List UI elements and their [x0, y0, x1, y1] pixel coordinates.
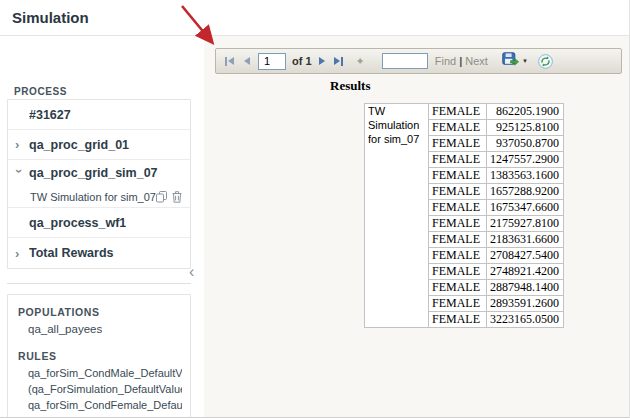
export-button[interactable]: ▼ [502, 52, 528, 71]
process-item-label: qa_process_wf1 [29, 216, 126, 230]
gender-cell: FEMALE [429, 296, 487, 312]
header: Simulation [0, 0, 630, 36]
previous-page-button[interactable] [244, 57, 250, 65]
process-heading: PROCESS [14, 86, 67, 97]
value-cell: 937050.8700 [487, 136, 564, 152]
value-cell: 2887948.1400 [487, 280, 564, 296]
process-list: #31627 › qa_proc_grid_01 › qa_proc_grid_… [7, 99, 191, 269]
gender-cell: FEMALE [429, 264, 487, 280]
populations-heading: POPULATIONS [18, 306, 182, 318]
page-number-input[interactable] [258, 53, 286, 70]
gender-cell: FEMALE [429, 136, 487, 152]
population-item[interactable]: qa_all_payees [28, 323, 182, 335]
gender-cell: FEMALE [429, 184, 487, 200]
process-item-qa-process-wf1[interactable]: qa_process_wf1 [8, 208, 190, 238]
result-row: TW Simulation for sim_07FEMALE862205.190… [365, 104, 564, 120]
gender-cell: FEMALE [429, 248, 487, 264]
find-next-button[interactable]: Next [465, 55, 488, 67]
find-next-controls: Find|Next [435, 55, 488, 67]
page-count-label: of 1 [292, 55, 312, 67]
value-cell: 2175927.8100 [487, 216, 564, 232]
value-cell: 862205.1900 [487, 104, 564, 120]
chevron-right-icon: › [15, 247, 24, 260]
rules-list: qa_forSim_CondMale_DefaultValue_Sal (qa_… [18, 365, 182, 418]
process-item-label: #31627 [29, 108, 71, 122]
process-item-total-rewards[interactable]: › Total Rewards [8, 238, 190, 268]
gender-cell: FEMALE [429, 200, 487, 216]
process-subitem-tw-simulation[interactable]: TW Simulation for sim_07 [8, 186, 190, 208]
gender-cell: FEMALE [429, 152, 487, 168]
parent-report-icon[interactable]: ✦ [356, 55, 365, 68]
populations-rules-card: POPULATIONS qa_all_payees RULES qa_forSi… [7, 294, 191, 418]
next-page-button[interactable] [319, 57, 325, 65]
subitem-actions [156, 191, 182, 203]
value-cell: 1657288.9200 [487, 184, 564, 200]
group-label-cell: TW Simulation for sim_07 [365, 104, 429, 328]
refresh-button[interactable] [538, 54, 553, 69]
last-page-button[interactable] [334, 57, 343, 66]
report-toolbar: of 1 ✦ Find|Next ▼ [215, 48, 622, 74]
process-item-label: qa_proc_grid_01 [29, 138, 129, 152]
sidebar-divider [7, 283, 191, 284]
collapse-sidebar-icon[interactable]: ‹ [189, 264, 194, 280]
value-cell: 1383563.1600 [487, 168, 564, 184]
trash-icon[interactable] [172, 191, 182, 203]
find-button[interactable]: Find [435, 55, 456, 67]
value-cell: 2893591.2600 [487, 296, 564, 312]
gender-cell: FEMALE [429, 232, 487, 248]
find-text-input[interactable] [382, 53, 428, 69]
gender-cell: FEMALE [429, 216, 487, 232]
value-cell: 3223165.0500 [487, 312, 564, 328]
gender-cell: FEMALE [429, 312, 487, 328]
gender-cell: FEMALE [429, 120, 487, 136]
value-cell: 2748921.4200 [487, 264, 564, 280]
process-item-31627[interactable]: #31627 [8, 100, 190, 130]
chevron-down-icon: › [13, 169, 26, 178]
rule-item[interactable]: qa_forSim_CondFemale_DefaultValue_ [28, 397, 182, 413]
value-cell: 925125.8100 [487, 120, 564, 136]
export-dropdown-icon: ▼ [522, 58, 528, 64]
results-table: TW Simulation for sim_07FEMALE862205.190… [364, 103, 564, 328]
gender-cell: FEMALE [429, 104, 487, 120]
value-cell: 1247557.2900 [487, 152, 564, 168]
page-title: Simulation [12, 9, 89, 26]
rule-item[interactable]: (qa_ForSimulation_DefaultValue_Salary [28, 381, 182, 397]
value-cell: 1675347.6600 [487, 200, 564, 216]
process-item-qa-proc-grid-sim-07[interactable]: › qa_proc_grid_sim_07 [8, 160, 190, 186]
process-item-qa-proc-grid-01[interactable]: › qa_proc_grid_01 [8, 130, 190, 160]
simulation-app: Simulation PROCESS #31627 › qa_proc_grid… [0, 0, 630, 418]
process-item-label: Total Rewards [29, 246, 114, 260]
gender-cell: FEMALE [429, 280, 487, 296]
first-page-button[interactable] [225, 57, 234, 66]
process-item-label: qa_proc_grid_sim_07 [29, 166, 158, 180]
rule-item[interactable]: qa_forSim_CondMale_DefaultValue_Sal [28, 365, 182, 381]
value-cell: 2183631.6600 [487, 232, 564, 248]
find-next-separator: | [459, 55, 462, 67]
value-cell: 2708427.5400 [487, 248, 564, 264]
sidebar: PROCESS #31627 › qa_proc_grid_01 › qa_pr… [0, 36, 204, 418]
chevron-right-icon: › [15, 138, 24, 151]
results-title: Results [330, 78, 370, 94]
rule-item[interactable]: (qa_ForSimulation_DefaultValue_Salary [28, 413, 182, 418]
gender-cell: FEMALE [429, 168, 487, 184]
copy-icon[interactable] [156, 191, 167, 203]
process-subitem-label: TW Simulation for sim_07 [30, 191, 156, 203]
rules-heading: RULES [18, 350, 182, 362]
export-save-icon [502, 52, 519, 71]
